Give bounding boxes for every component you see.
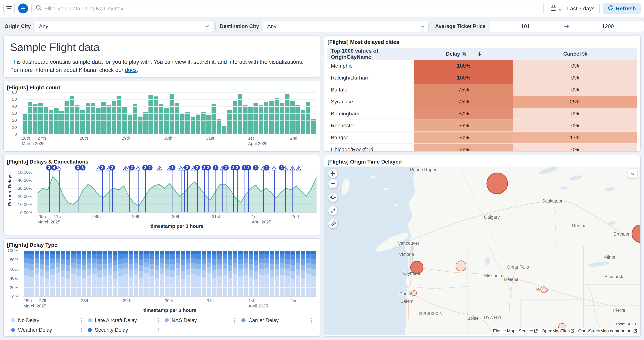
expand-map-button[interactable] [328,206,338,215]
annotation-warning-icon[interactable] [272,165,277,172]
price-max-field[interactable]: 1200 [572,23,644,29]
city-cell[interactable]: Memphis [328,60,414,72]
destination-city-control[interactable]: Destination City Any [215,21,429,32]
annotation-badge[interactable]: 3 [170,165,175,171]
delay-type-bar[interactable] [61,250,65,296]
city-cell[interactable]: Buffalo [328,84,414,96]
flight-count-bar[interactable] [148,95,153,134]
flight-count-bar[interactable] [201,112,206,134]
map-tools-button[interactable] [328,219,338,228]
delay-type-bar[interactable] [212,250,217,296]
delay-type-bar[interactable] [233,250,238,296]
flight-count-bar[interactable] [311,119,316,134]
annotation-badge[interactable]: 2 [234,165,240,171]
delay-type-bar[interactable] [92,250,96,296]
flight-count-bar[interactable] [264,102,268,134]
annotation-badge[interactable]: 2 [99,165,105,171]
flight-count-bar[interactable] [86,103,90,134]
delay-type-bar[interactable] [56,250,60,296]
flight-count-bar[interactable] [280,103,284,134]
delay-type-bar[interactable] [66,250,70,296]
flight-count-bar[interactable] [49,110,53,134]
flight-count-bar[interactable] [38,103,43,134]
flight-count-bar[interactable] [259,105,263,134]
time-range-button[interactable]: Last 7 days [566,6,600,12]
delay-percent-cell[interactable]: 100% [414,72,513,84]
flight-count-bar[interactable] [159,104,164,134]
flight-count-bar[interactable] [22,114,27,134]
delay-percent-cell[interactable]: 67% [414,108,513,120]
delay-type-bar[interactable] [150,250,154,296]
delay-type-bar[interactable] [301,250,306,296]
legend-item-weather-delay[interactable]: Weather Delay [11,327,82,333]
delay-percent-cell[interactable]: 75% [414,96,513,108]
annotation-warning-icon[interactable] [157,165,162,172]
flight-count-bar[interactable] [274,98,279,134]
city-cell[interactable]: Birmingham [328,108,414,120]
flight-count-bar[interactable] [238,94,242,134]
delay-type-bar[interactable] [186,250,190,296]
delay-type-bar[interactable] [76,250,81,296]
delay-type-bar[interactable] [238,250,243,296]
delay-type-bar[interactable] [217,250,222,296]
delay-type-bar[interactable] [191,250,196,296]
flight-count-bar[interactable] [143,112,148,134]
cancel-percent-cell[interactable]: 0% [513,120,637,132]
cancel-percent-cell[interactable]: 25% [513,96,637,108]
delay-percent-cell[interactable]: 50% [414,144,513,152]
legend-item-no-delay[interactable]: No Delay [11,317,82,323]
flight-count-bar[interactable] [91,103,95,134]
search-input[interactable] [44,6,539,12]
flight-count-bar[interactable] [196,115,200,134]
annotation-badge[interactable]: 2 [246,165,251,171]
annotation-badge[interactable]: 2 [213,165,218,171]
delay-type-bar[interactable] [155,250,159,296]
delay-percent-cell[interactable]: 50% [414,132,513,143]
legend-options-icon[interactable] [234,317,236,323]
cancel-percent-cell[interactable]: 17% [513,132,637,143]
delay-type-bar[interactable] [170,250,175,296]
ticket-price-control[interactable]: Average Ticket Price 101 1200 [431,21,644,32]
annotation-badge[interactable]: 2 [147,165,152,171]
legend-options-icon[interactable] [157,317,159,323]
flight-count-bar[interactable] [243,105,248,134]
map-origin-bubble[interactable] [411,290,417,296]
column-header-city[interactable]: Top 1000 values of OriginCityName [328,48,414,60]
cancel-percent-cell[interactable]: 0% [513,144,637,152]
delay-type-bar[interactable] [82,250,86,296]
column-header-cancel[interactable]: Cancel % [513,48,637,60]
flight-count-bar[interactable] [106,105,111,134]
flight-count-bar[interactable] [296,105,300,134]
flight-count-plot[interactable] [22,92,316,134]
flight-count-bar[interactable] [133,104,137,134]
delay-type-bar[interactable] [306,250,310,296]
flight-count-bar[interactable] [117,96,122,134]
delay-type-bar[interactable] [87,250,92,296]
flight-count-bar[interactable] [254,103,258,134]
delay-type-bar[interactable] [296,250,300,296]
delay-type-bar[interactable] [128,250,133,296]
annotation-badge[interactable]: 2 [223,165,229,171]
annotation-badge[interactable]: 3 [80,165,86,171]
delay-type-bar[interactable] [139,250,144,296]
flight-count-bar[interactable] [185,112,190,134]
attribution-link[interactable]: OpenStreetMap contributors [578,328,637,333]
flight-count-bar[interactable] [175,103,179,134]
legend-item-nas-delay[interactable]: NAS Delay [164,317,236,323]
zoom-out-button[interactable] [328,179,338,188]
flight-count-bar[interactable] [33,104,38,134]
flight-count-bar[interactable] [128,115,132,134]
city-cell[interactable]: Rochester [328,120,414,132]
delays-plot[interactable]: 34332222232222222222222 [38,167,316,213]
flight-count-bar[interactable] [180,114,184,134]
flight-count-bar[interactable] [70,96,74,134]
delay-type-bar[interactable] [244,250,248,296]
delay-type-bar[interactable] [71,250,76,296]
delay-type-bar[interactable] [280,250,284,296]
legend-collapse-button[interactable]: « [628,169,637,178]
delay-type-bar[interactable] [108,250,112,296]
delay-type-bar[interactable] [50,250,55,296]
cancel-percent-cell[interactable]: 0% [513,72,637,84]
kql-search-bar[interactable] [31,3,544,14]
delay-type-bar[interactable] [35,250,39,296]
